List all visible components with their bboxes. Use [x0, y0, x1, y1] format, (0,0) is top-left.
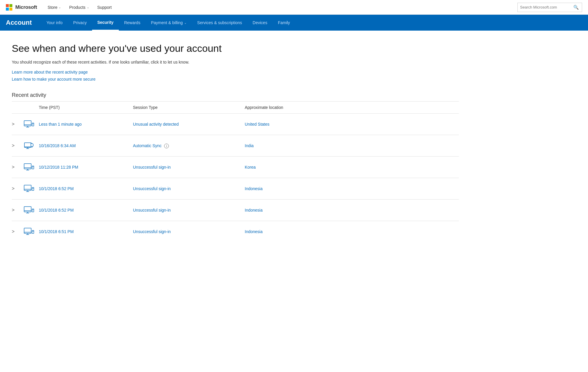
top-nav-links: Store ⌄ Products ⌄ Support	[44, 5, 517, 10]
table-row[interactable]: > 10/12/2018 11:28 PM Unsuccessful sign-…	[12, 156, 459, 178]
svg-rect-14	[32, 166, 34, 169]
svg-rect-20	[32, 187, 34, 190]
account-navigation: Account Your info Privacy Security Rewar…	[0, 15, 588, 31]
device-icon	[22, 183, 35, 194]
activity-time[interactable]: 10/1/2018 6:51 PM	[39, 229, 74, 234]
table-row[interactable]: > 10/16/2018 6:34 AM Automatic Sync i In…	[12, 135, 459, 156]
table-row[interactable]: > Less than 1 minute ago Unusual activit…	[12, 113, 459, 135]
table-row[interactable]: > 10/1/2018 6:51 PM Unsuccessful sign-in…	[12, 221, 459, 242]
products-nav-item[interactable]: Products ⌄	[65, 5, 93, 10]
page-heading: See when and where you've used your acco…	[12, 42, 459, 54]
device-icon	[22, 140, 35, 151]
table-row[interactable]: > 10/1/2018 6:52 PM Unsuccessful sign-in…	[12, 178, 459, 199]
session-info-icon[interactable]: i	[164, 144, 169, 148]
section-title: Recent activity	[12, 92, 459, 101]
svg-rect-26	[32, 209, 34, 212]
row-expand-chevron[interactable]: >	[12, 229, 14, 234]
col-header-location: Approximate location	[245, 101, 459, 113]
ms-brand-text: Microsoft	[15, 4, 37, 10]
search-box: 🔍	[517, 3, 582, 12]
tab-family[interactable]: Family	[273, 15, 295, 31]
activity-table: Time (PST) Session Type Approximate loca…	[12, 101, 459, 242]
search-input[interactable]	[520, 5, 573, 9]
tab-privacy[interactable]: Privacy	[68, 15, 92, 31]
activity-time[interactable]: 10/1/2018 6:52 PM	[39, 208, 74, 212]
activity-location[interactable]: Indonesia	[245, 208, 263, 212]
row-expand-chevron[interactable]: >	[12, 165, 14, 170]
row-expand-chevron[interactable]: >	[12, 122, 14, 127]
activity-location[interactable]: Korea	[245, 165, 256, 170]
activity-time[interactable]: 10/16/2018 6:34 AM	[39, 143, 76, 148]
svg-rect-16	[24, 185, 31, 190]
row-expand-chevron[interactable]: >	[12, 207, 14, 212]
activity-time[interactable]: 10/12/2018 11:28 PM	[39, 165, 78, 170]
activity-time[interactable]: 10/1/2018 6:52 PM	[39, 186, 74, 191]
tab-payment-billing[interactable]: Payment & billing ⌄	[146, 15, 192, 31]
learn-more-link[interactable]: Learn more about the recent activity pag…	[12, 70, 459, 74]
activity-session-type[interactable]: Unsuccessful sign-in	[133, 208, 171, 212]
store-nav-item[interactable]: Store ⌄	[44, 5, 65, 10]
ms-logo[interactable]: Microsoft	[6, 4, 37, 11]
svg-rect-10	[24, 164, 31, 169]
tab-rewards[interactable]: Rewards	[119, 15, 146, 31]
activity-session-type[interactable]: Unsuccessful sign-in	[133, 229, 171, 234]
activity-location[interactable]: Indonesia	[245, 186, 263, 191]
svg-rect-0	[24, 121, 31, 126]
page-subtitle: You should recognize each of these recen…	[12, 60, 459, 64]
search-button[interactable]: 🔍	[573, 5, 579, 10]
tab-your-info[interactable]: Your info	[41, 15, 68, 31]
svg-rect-22	[24, 207, 31, 212]
svg-rect-28	[24, 228, 31, 233]
col-header-session: Session Type	[133, 101, 245, 113]
tab-services-subscriptions[interactable]: Services & subscriptions	[192, 15, 247, 31]
activity-location[interactable]: United States	[245, 122, 269, 127]
activity-location[interactable]: Indonesia	[245, 229, 263, 234]
payment-chevron-icon: ⌄	[184, 21, 186, 24]
products-chevron-icon: ⌄	[87, 6, 89, 9]
top-navigation: Microsoft Store ⌄ Products ⌄ Support 🔍	[0, 0, 588, 15]
col-header-time: Time (PST)	[39, 101, 133, 113]
table-row[interactable]: > 10/1/2018 6:52 PM Unsuccessful sign-in…	[12, 199, 459, 221]
device-icon	[22, 119, 35, 129]
store-chevron-icon: ⌄	[59, 6, 61, 9]
learn-secure-link[interactable]: Learn how to make your account more secu…	[12, 77, 459, 82]
main-content: See when and where you've used your acco…	[0, 31, 471, 254]
device-icon	[22, 226, 35, 237]
row-expand-chevron[interactable]: >	[12, 186, 14, 191]
tab-security[interactable]: Security	[92, 15, 119, 31]
row-expand-chevron[interactable]: >	[12, 143, 14, 148]
activity-location[interactable]: India	[245, 143, 254, 148]
svg-rect-4	[32, 123, 34, 126]
activity-session-type[interactable]: Unusual activity detected	[133, 122, 179, 127]
support-nav-item[interactable]: Support	[93, 5, 116, 10]
activity-session-type[interactable]: Unsuccessful sign-in	[133, 186, 171, 191]
tab-devices[interactable]: Devices	[247, 15, 273, 31]
activity-time[interactable]: Less than 1 minute ago	[39, 122, 82, 127]
activity-session-type[interactable]: Automatic Sync	[133, 143, 161, 148]
device-icon	[22, 205, 35, 215]
activity-session-type[interactable]: Unsuccessful sign-in	[133, 165, 171, 170]
svg-rect-32	[32, 230, 34, 233]
account-nav-brand: Account	[6, 19, 39, 26]
device-icon	[22, 162, 35, 172]
